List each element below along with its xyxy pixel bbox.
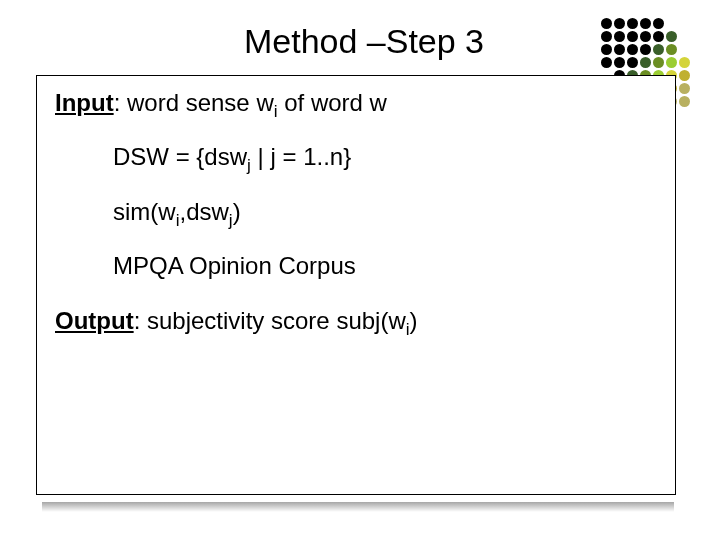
slide: Method –Step 3 Input: word sense wi of w… [0,0,720,540]
box-shadow-strip [42,502,674,512]
output-line: Output: subjectivity score subj(wi) [55,308,657,334]
dsw-lead: DSW = {dsw [113,143,247,170]
mpqa-line: MPQA Opinion Corpus [113,253,657,279]
output-label: Output [55,307,134,334]
output-text-2: ) [410,307,418,334]
output-text-1: : subjectivity score subj(w [134,307,406,334]
sim-line: sim(wi,dswj) [113,199,657,225]
sim-lead: sim(w [113,198,176,225]
input-text-1: : word sense w [114,89,274,116]
slide-title: Method –Step 3 [102,22,627,61]
sim-tail: ) [233,198,241,225]
input-label: Input [55,89,114,116]
content-box: Input: word sense wi of word w DSW = {ds… [36,75,676,495]
input-line: Input: word sense wi of word w [55,90,657,116]
input-text-2: of word w [278,89,387,116]
dsw-tail: | j = 1..n} [251,143,351,170]
dsw-line: DSW = {dswj | j = 1..n} [113,144,657,170]
sim-mid: ,dsw [180,198,229,225]
